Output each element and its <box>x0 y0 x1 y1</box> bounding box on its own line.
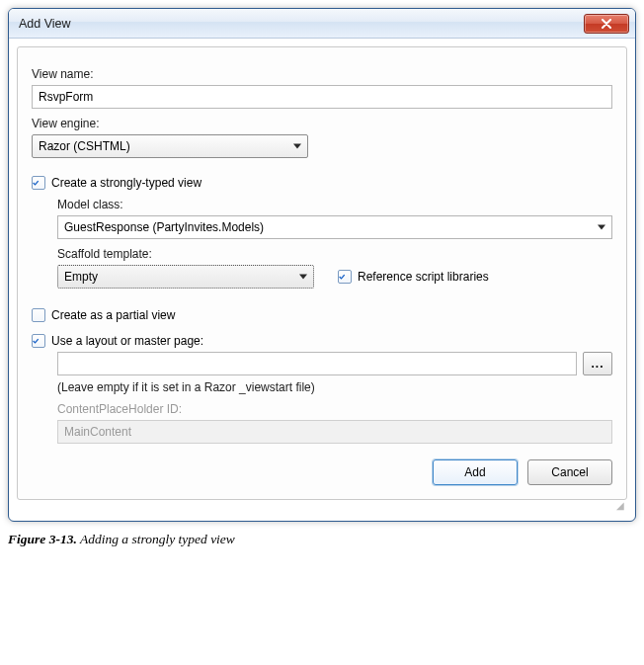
scaffold-value: Empty <box>64 270 98 284</box>
model-class-dropdown[interactable]: GuestResponse (PartyInvites.Models) <box>57 215 612 239</box>
cph-value: MainContent <box>64 425 131 439</box>
check-icon <box>33 336 39 346</box>
scaffold-dropdown[interactable]: Empty <box>57 265 314 289</box>
titlebar: Add View <box>9 9 635 39</box>
layout-path-input[interactable] <box>57 352 577 375</box>
view-engine-label: View engine: <box>32 117 612 130</box>
use-layout-checkbox[interactable] <box>32 334 45 348</box>
reference-scripts-label: Reference script libraries <box>358 270 489 284</box>
partial-view-checkbox[interactable] <box>32 308 45 322</box>
model-class-value: GuestResponse (PartyInvites.Models) <box>64 220 264 234</box>
resize-grip[interactable]: ◢ <box>17 500 627 513</box>
strongly-typed-label: Create a strongly-typed view <box>51 176 201 190</box>
add-view-dialog: Add View View name: View engine: Razor (… <box>8 8 636 522</box>
close-icon <box>601 19 612 29</box>
layout-hint: (Leave empty if it is set in a Razor _vi… <box>57 380 612 394</box>
figure-text: Adding a strongly typed view <box>77 532 235 546</box>
close-button[interactable] <box>584 14 629 34</box>
use-layout-label: Use a layout or master page: <box>51 334 203 348</box>
partial-view-label: Create as a partial view <box>51 308 175 322</box>
cancel-button[interactable]: Cancel <box>527 459 612 485</box>
view-name-label: View name: <box>32 67 612 81</box>
chevron-down-icon <box>598 225 605 230</box>
chevron-down-icon <box>293 144 301 149</box>
view-name-input[interactable] <box>32 85 612 109</box>
view-engine-dropdown[interactable]: Razor (CSHTML) <box>32 134 308 158</box>
view-engine-value: Razor (CSHTML) <box>39 139 130 153</box>
cph-input: MainContent <box>57 420 612 444</box>
check-icon <box>33 178 39 188</box>
figure-number: Figure 3-13. <box>8 532 77 546</box>
strongly-typed-checkbox[interactable] <box>32 176 45 190</box>
window-title: Add View <box>19 17 71 31</box>
form-panel: View name: View engine: Razor (CSHTML) C… <box>17 46 627 500</box>
model-class-label: Model class: <box>57 198 612 211</box>
browse-button[interactable]: ... <box>583 352 612 375</box>
scaffold-label: Scaffold template: <box>57 247 612 261</box>
reference-scripts-checkbox[interactable] <box>338 270 352 284</box>
chevron-down-icon <box>299 275 307 280</box>
add-button[interactable]: Add <box>433 459 518 485</box>
check-icon <box>339 272 345 282</box>
browse-label: ... <box>591 357 604 371</box>
cph-label: ContentPlaceHolder ID: <box>57 402 612 416</box>
figure-caption: Figure 3-13. Adding a strongly typed vie… <box>8 532 636 547</box>
